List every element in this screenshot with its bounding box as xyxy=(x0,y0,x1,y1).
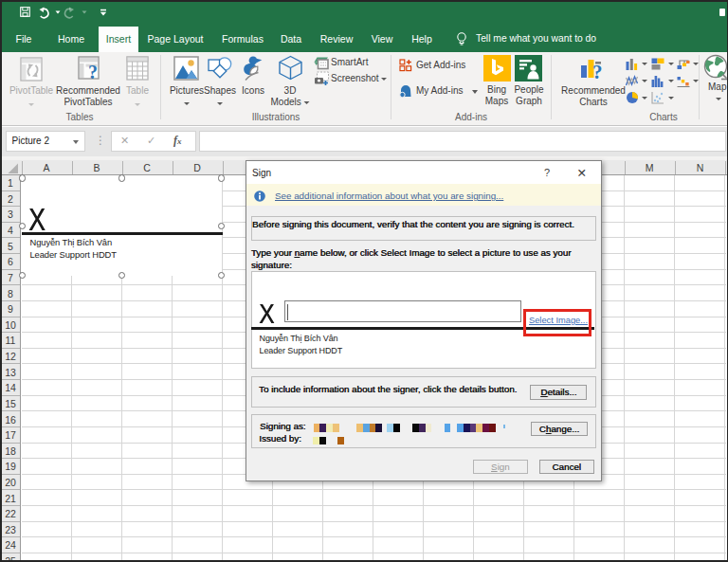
svg-text:?: ? xyxy=(88,62,98,82)
svg-text:?: ? xyxy=(592,61,603,83)
